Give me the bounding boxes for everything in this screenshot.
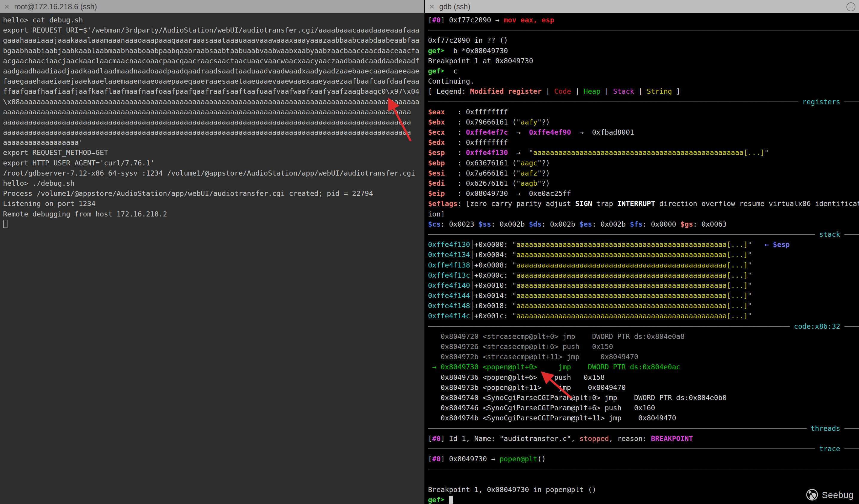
terminal-line: gaaahaaaiaaajaaakaaalaaamaaanaaaoaaapaaa… [3,35,424,45]
terminal-line: Breakpoint 1 at 0x8049730 [428,56,859,66]
close-icon[interactable]: × [4,2,10,11]
terminal-line: 0x8049736 <popen@plt+6> push 0x158 [428,372,859,382]
terminal-line: 0xffe4f13c│+0x000c: "aaaaaaaaaaaaaaaaaaa… [428,270,859,280]
terminal-pane-shell: × root@172.16.218.6 (ssh) hello> cat deb… [0,0,424,504]
terminal-line: 0xffe4f14c│+0x001c: "aaaaaaaaaaaaaaaaaaa… [428,311,859,321]
close-icon[interactable]: × [429,2,435,11]
terminal-line: /root/gdbserver-7.12-x86_64-sysv :1234 /… [3,168,424,178]
terminal-line: 0x8049720 <strcasecmp@plt+0> jmp DWORD P… [428,332,859,341]
terminal-line: [ Legend: Modified register | Code | Hea… [428,86,859,96]
terminal-line: bgaabhaabiaabjaabkaablaabmaabnaaboaabpaa… [3,46,424,56]
terminal-line: $eax : 0xffffffff [428,107,859,117]
terminal-line: 0x8049726 <strcasecmp@plt+6> push 0x150 [428,341,859,352]
terminal-line: 0x804972b <strcasecmp@plt+11> jmp 0x8049… [428,352,859,362]
terminal-line: 0x8049746 <SynoCgiParseCGIParam@plt+6> p… [428,403,859,413]
section-label: trace [819,445,840,453]
terminal-line: 0xffe4f148│+0x0018: "aaaaaaaaaaaaaaaaaaa… [428,301,859,311]
terminal-line: ────────────────────────────────────────… [428,229,859,240]
terminal-line: export REQUEST_URI=$'/webman/3rdparty/Au… [3,25,424,35]
terminal-line: $ebp : 0x63676161 ("aagc"?) [428,158,859,168]
terminal-line: aaaaaaaaaaaaaaaaaa' [3,137,424,148]
terminal-line: faaegaaehaaeiaaejaaekaaelaaemaaenaaeoaae… [3,76,424,86]
terminal-line: [#0] Id 1, Name: "audiotransfer.c", stop… [428,433,859,444]
seebug-logo-icon [805,488,819,502]
terminal-line: $edx : 0xffffffff [428,137,859,148]
terminal-line: $esp : 0xffe4f130 → "aaaaaaaaaaaaaaaaaaa… [428,148,859,158]
terminal-line: Process /volume1/@appstore/AudioStation/… [3,188,424,199]
terminal-line: gef➤ [428,495,859,504]
terminal-line: ────────────────────────────────────────… [428,25,859,35]
left-pane-titlebar: × root@172.16.218.6 (ssh) [0,0,424,13]
terminal-line: aadgaadhaadiaadjaadkaadlaadmaadnaadoaadp… [3,66,424,76]
section-label: threads [811,424,841,433]
section-label: registers [802,98,840,106]
terminal-line: ────────────────────────────────────────… [428,321,859,332]
terminal-line: Breakpoint 1, 0x08049730 in popen@plt () [428,485,859,495]
terminal-pane-gdb: × gdb (ssh) ⋯ [#0] 0xf77c2090 → mov eax,… [425,0,859,504]
terminal-line: 0x804973b <popen@plt+11> jmp 0x8049470 [428,382,859,393]
terminal-line: $esi : 0x7a666161 ("aafz"?) [428,168,859,178]
terminal-line: aaaaaaaaaaaaaaaaaaaaaaaaaaaaaaaaaaaaaaaa… [3,127,424,137]
terminal-line: acgaachaaciaacjaackaaclaacmaacnaacoaacpa… [3,56,424,66]
terminal-line: Remote debugging from host 172.16.218.2 [3,209,424,219]
terminal-line: export HTTP_USER_AGENT='curl/7.76.1' [3,158,424,168]
terminal-line: 0x8049740 <SynoCgiParseCGIParam@plt+0> j… [428,393,859,403]
section-label: code:x86:32 [794,322,840,331]
terminal-line: ffaafgaafhaafiaafjaafkaaflaafmaafnaafoaa… [3,86,424,96]
seebug-label: Seebug [822,490,854,500]
terminal-line: Continuing. [428,76,859,86]
seebug-branding: Seebug [805,488,854,502]
terminal-line: $cs: 0x0023 $ss: 0x002b $ds: 0x002b $es:… [428,219,859,229]
terminal-line: aaaaaaaaaaaaaaaaaaaaaaaaaaaaaaaaaaaaaaaa… [3,107,424,117]
terminal-line: $ecx : 0xffe4ef7c → 0xffe4ef90 → 0xfbad8… [428,127,859,137]
terminal-line: hello> cat debug.sh [3,15,424,25]
terminal-line: → 0x8049730 <popen@plt+0> jmp DWORD PTR … [428,362,859,372]
shell-terminal-output[interactable]: hello> cat debug.shexport REQUEST_URI=$'… [0,13,424,504]
terminal-line: [#0] 0xf77c2090 → mov eax, esp [428,15,859,25]
terminal-line: $ebx : 0x79666161 ("aafy"?) [428,117,859,127]
left-pane-title: root@172.16.218.6 (ssh) [14,2,97,11]
terminal-line: ion] [428,209,859,219]
terminal-line: ────────────────────────────────────────… [428,423,859,433]
terminal-line [428,474,859,484]
terminal-line: 0x804974b <SynoCgiParseCGIParam@plt+11> … [428,413,859,423]
terminal-line: 0xffe4f130│+0x0000: "aaaaaaaaaaaaaaaaaaa… [428,240,859,249]
terminal-line: 0xffe4f140│+0x0010: "aaaaaaaaaaaaaaaaaaa… [428,280,859,291]
block-cursor [449,495,453,504]
terminal-line: [#0] 0x8049730 → popen@plt() [428,454,859,464]
terminal-line: gef➤ c [428,66,859,76]
terminal-line: 0xf77c2090 in ?? () [428,35,859,45]
terminal-line: aaaaaaaaaaaaaaaaaaaaaaaaaaaaaaaaaaaaaaaa… [3,117,424,127]
terminal-line: export REQUEST_METHOD=GET [3,148,424,158]
terminal-line: gef➤ b *0x08049730 [428,46,859,56]
hollow-cursor [3,220,7,228]
terminal-line: hello> ./debug.sh [3,178,424,188]
terminal-line: 0xffe4f138│+0x0008: "aaaaaaaaaaaaaaaaaaa… [428,260,859,270]
terminal-line: 0xffe4f134│+0x0004: "aaaaaaaaaaaaaaaaaaa… [428,249,859,260]
gdb-terminal-output[interactable]: [#0] 0xf77c2090 → mov eax, esp──────────… [425,13,859,504]
terminal-line: ────────────────────────────────────────… [428,444,859,454]
right-pane-titlebar: × gdb (ssh) ⋯ [425,0,859,13]
terminal-line: ────────────────────────────────────────… [428,97,859,107]
terminal-line: \x08aaaaaaaaaaaaaaaaaaaaaaaaaaaaaaaaaaaa… [3,97,424,107]
right-pane-title: gdb (ssh) [439,2,470,11]
terminal-line [3,219,424,229]
terminal-line: $edi : 0x62676161 ("aagb"?) [428,178,859,188]
section-label: stack [819,230,840,239]
more-options-icon[interactable]: ⋯ [846,2,855,11]
terminal-line: $eflags: [zero carry parity adjust SIGN … [428,199,859,209]
terminal-line: 0xffe4f144│+0x0014: "aaaaaaaaaaaaaaaaaaa… [428,291,859,301]
terminal-line: Listening on port 1234 [3,199,424,209]
terminal-line: ────────────────────────────────────────… [428,464,859,474]
terminal-line: $eip : 0x08049730 → 0xe0ac25ff [428,188,859,199]
